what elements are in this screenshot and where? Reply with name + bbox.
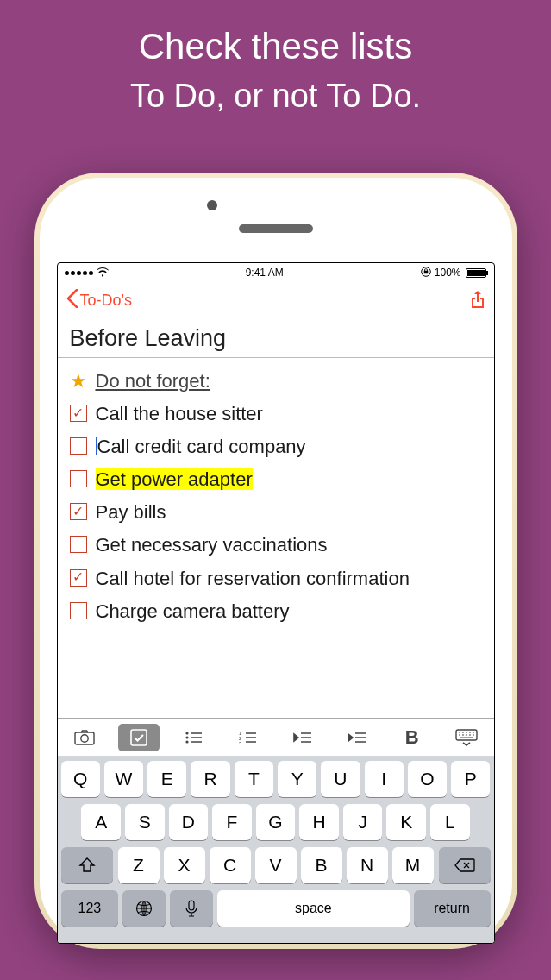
svg-text:3: 3 [239,741,242,744]
phone-speaker [239,224,313,233]
key-z[interactable]: Z [118,847,160,883]
todo-text[interactable]: Charge camera battery [96,597,482,626]
dictation-key[interactable] [170,890,213,927]
key-g[interactable]: G [256,804,296,840]
todo-checkbox[interactable] [70,470,87,487]
todo-text-span: Get power adapter [96,468,253,490]
key-t[interactable]: T [235,761,273,797]
key-s[interactable]: S [125,804,165,840]
todo-text[interactable]: Pay bills [96,498,482,527]
status-time: 9:41 AM [246,267,284,279]
key-b[interactable]: B [301,847,342,883]
todo-text-span: Pay bills [96,501,166,523]
key-n[interactable]: N [347,847,388,883]
camera-icon [74,730,95,745]
numbers-key[interactable]: 123 [61,890,119,927]
dismiss-keyboard-button[interactable] [446,724,487,751]
shift-icon [78,858,96,873]
bold-button[interactable]: B [391,724,433,751]
todo-checkbox[interactable] [70,602,87,619]
indent-button[interactable] [336,724,378,751]
keyboard-down-icon [455,729,478,746]
checkbox-style-button[interactable] [118,724,160,751]
todo-text-span: Charge camera battery [96,600,290,622]
number-list-button[interactable]: 123 [228,724,269,751]
svg-rect-1 [75,732,94,744]
key-a[interactable]: A [81,804,121,840]
todo-text-span: Call the house sitter [96,403,263,424]
bullet-list-icon [185,731,203,744]
key-q[interactable]: Q [61,761,100,797]
star-icon: ★ [70,367,87,396]
back-button[interactable]: To-Do's [66,289,132,311]
todo-text[interactable]: Call credit card company [96,432,482,462]
todo-text[interactable]: Call the house sitter [96,399,482,429]
key-l[interactable]: L [430,804,470,840]
checkbox-icon [130,729,147,746]
todo-row: Call credit card company [70,430,482,463]
key-u[interactable]: U [321,761,360,797]
note-body[interactable]: ★ Do not forget: ✓Call the house sitterC… [58,358,494,628]
backspace-key[interactable] [439,847,491,883]
todo-row: ✓Call hotel for reservation confirmation [70,562,482,595]
todo-text[interactable]: Get power adapter [96,465,482,494]
orientation-lock-icon [421,267,431,280]
share-button[interactable] [470,291,485,310]
note-heading-row: ★ Do not forget: [70,365,482,398]
key-f[interactable]: F [212,804,252,840]
todo-text-span: Call hotel for reservation confirmation [96,568,410,589]
space-key[interactable]: space [217,890,409,927]
status-bar: 9:41 AM 100% [58,263,494,282]
key-x[interactable]: X [164,847,205,883]
key-y[interactable]: Y [278,761,316,797]
note-title[interactable]: Before Leaving [58,318,494,358]
todo-row: ✓Pay bills [70,496,482,529]
key-d[interactable]: D [169,804,209,840]
globe-key[interactable] [122,890,166,927]
key-h[interactable]: H [299,804,339,840]
outdent-button[interactable] [282,724,323,751]
key-r[interactable]: R [191,761,229,797]
globe-icon [135,900,153,917]
shift-key[interactable] [61,847,113,883]
todo-row: Get necessary vaccinations [70,529,482,562]
todo-checkbox[interactable]: ✓ [70,405,87,422]
todo-checkbox[interactable] [70,437,87,455]
key-w[interactable]: W [104,761,143,797]
keyboard: QWERTYUIOP ASDFGHJKL ZXCVBNM 123 [58,756,494,943]
key-k[interactable]: K [386,804,426,840]
note-heading: Do not forget: [96,367,482,396]
device-screen: 9:41 AM 100% To-Do's [57,262,495,944]
indent-icon [348,731,366,744]
todo-text[interactable]: Call hotel for reservation confirmation [96,564,482,594]
todo-text[interactable]: Get necessary vaccinations [96,531,482,560]
key-p[interactable]: P [451,761,490,797]
todo-row: Get power adapter [70,463,482,496]
signal-dots-icon [65,271,93,275]
key-m[interactable]: M [392,847,434,883]
todo-text-span: Call credit card company [97,436,306,457]
key-o[interactable]: O [408,761,447,797]
todo-row: Charge camera battery [70,595,482,628]
share-icon [470,291,485,310]
todo-row: ✓Call the house sitter [70,398,482,430]
todo-checkbox[interactable] [70,536,87,553]
backspace-icon [454,858,475,872]
promo-line-2: To Do, or not To Do. [0,67,551,115]
promo-banner: Check these lists To Do, or not To Do. [0,0,551,115]
key-j[interactable]: J [343,804,383,840]
svg-point-6 [185,740,188,743]
promo-line-1: Check these lists [0,0,551,67]
key-v[interactable]: V [255,847,297,883]
camera-button[interactable] [64,724,105,751]
bullet-list-button[interactable] [173,724,215,751]
mic-icon [185,900,197,917]
chevron-left-icon [66,289,78,311]
return-key[interactable]: return [414,890,491,927]
todo-checkbox[interactable]: ✓ [70,569,87,587]
key-i[interactable]: I [365,761,404,797]
todo-checkbox[interactable]: ✓ [70,503,87,520]
svg-point-2 [81,734,88,741]
key-e[interactable]: E [147,761,186,797]
key-c[interactable]: C [210,847,251,883]
